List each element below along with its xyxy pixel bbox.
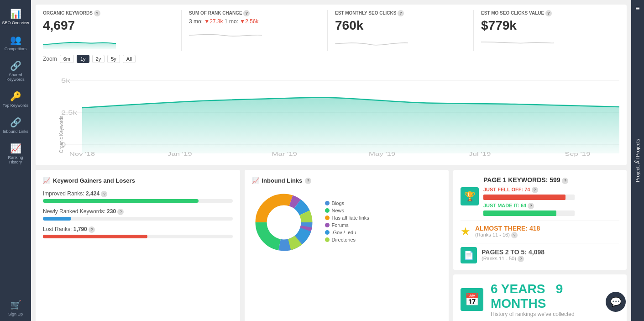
zoom-1y[interactable]: 1y: [77, 55, 89, 63]
svg-text:May '19: May '19: [369, 151, 395, 157]
inbound-chart-icon: 📈: [252, 177, 259, 184]
zoom-all[interactable]: All: [123, 55, 136, 63]
monthly-clicks-value: 760k: [335, 18, 466, 33]
zoom-controls: Zoom 6m 1y 2y 5y All: [43, 55, 619, 63]
clicks-value-mini-chart: [481, 36, 554, 49]
made-it-help-icon[interactable]: ?: [528, 203, 534, 209]
doc-icon: 📄: [461, 247, 477, 263]
main-chart-wrapper: Organic Keywords 5k 2.5k 0: [43, 67, 619, 160]
collapse-icon[interactable]: ‹: [634, 157, 636, 164]
gainers-chart-icon: 📈: [43, 177, 50, 184]
newly-ranked-help-icon[interactable]: ?: [117, 209, 124, 215]
keyword-gainers-title: 📈 Keyword Gainers and Losers: [43, 177, 233, 184]
affiliate-dot: [325, 216, 330, 220]
rank-change-1mo-value: ▼2.56k: [240, 18, 258, 25]
pages-2-5-subtitle: (Ranks 11 - 50) ?: [482, 256, 545, 262]
svg-point-18: [274, 212, 294, 232]
pages-help-icon[interactable]: ?: [518, 256, 524, 262]
sidebar-item-inbound-links[interactable]: 🔗 Inbound Links: [0, 112, 31, 138]
zoom-6m[interactable]: 6m: [60, 55, 74, 63]
sum-rank-change-stat: SUM OF RANK CHANGE ? 3 mo: ▼27.3k 1 mo: …: [189, 10, 328, 51]
history-icon: 📈: [10, 143, 21, 154]
almost-there-title: ALMOST THERE: 418: [475, 225, 540, 232]
star-icon: ★: [461, 225, 471, 238]
lost-bar: [43, 235, 147, 238]
organic-keywords-mini-chart: [43, 36, 116, 49]
main-chart: 5k 2.5k 0 Nov '18 Jan '19 Mar '19 May '1…: [61, 67, 619, 158]
trophy-icon: 🏆: [461, 187, 479, 205]
signup-icon: 🛒: [10, 300, 21, 310]
svg-text:Jul '19: Jul '19: [469, 151, 491, 157]
stats-row: ORGANIC KEYWORDS ? 4,697 SUM OF RANK CHA…: [36, 5, 627, 165]
chat-icon: 💬: [610, 296, 622, 307]
legend-affiliate: Has affiliate links: [325, 215, 369, 221]
just-fell-off-label: JUST FELL OFF: 74 ?: [483, 187, 575, 193]
almost-help-icon[interactable]: ?: [511, 232, 518, 238]
right-panel: ≡ Project: All Projects ‹: [631, 0, 644, 321]
gov-dot: [325, 230, 330, 235]
hamburger-icon[interactable]: ≡: [635, 5, 639, 13]
improved-ranks-label: Improved Ranks: 2,424 ?: [43, 190, 233, 197]
chart-y-label: Organic Keywords: [59, 116, 64, 153]
page1-title: PAGE 1 KEYWORDS: 599 ?: [483, 176, 575, 184]
sum-rank-help-icon[interactable]: ?: [243, 10, 250, 16]
top-keywords-icon: 🔑: [10, 91, 21, 102]
just-made-it-label: JUST MADE IT: 64 ?: [483, 203, 575, 209]
sidebar-item-shared-keywords[interactable]: 🔗 Shared Keywords: [0, 56, 31, 86]
sidebar-item-sign-up[interactable]: 🛒 Sign Up: [0, 295, 31, 321]
newly-ranked-bar: [43, 217, 71, 221]
fell-off-bar-bg: [483, 195, 575, 200]
zoom-2y[interactable]: 2y: [92, 55, 105, 63]
sidebar-item-seo-overview[interactable]: 📊 SEO Overview: [0, 4, 31, 30]
chat-button[interactable]: 💬: [606, 292, 626, 312]
sidebar-item-ranking-history[interactable]: 📈 Ranking History: [0, 138, 31, 169]
zoom-label: Zoom: [43, 56, 57, 62]
monthly-clicks-label: EST MONTHLY SEO CLICKS ?: [335, 10, 466, 16]
made-it-bar: [483, 210, 556, 216]
just-fell-off-section: JUST FELL OFF: 74 ?: [483, 187, 575, 200]
dir-dot: [325, 237, 330, 242]
competitors-icon: 👥: [10, 34, 21, 45]
legend-gov-edu: .Gov / .edu: [325, 230, 369, 235]
inbound-donut-chart: [252, 190, 316, 254]
history-content: 6 YEARS 9 MONTHS History of rankings we'…: [491, 282, 607, 317]
organic-keywords-stat: ORGANIC KEYWORDS ? 4,697: [43, 10, 182, 51]
bottom-row: 📈 Keyword Gainers and Losers Improved Ra…: [36, 170, 627, 321]
legend-forums: Forums: [325, 222, 369, 228]
svg-text:Nov '18: Nov '18: [69, 151, 95, 157]
newly-ranked-bar-container: [43, 217, 233, 221]
newly-ranked-label: Newly Ranked Keywords: 230 ?: [43, 208, 233, 215]
clicks-value-value: $779k: [481, 18, 612, 33]
fell-off-help-icon[interactable]: ?: [532, 187, 538, 193]
keyword-gainers-card: 📈 Keyword Gainers and Losers Improved Ra…: [36, 170, 240, 321]
forums-dot: [325, 223, 330, 227]
fell-off-bar: [483, 195, 565, 200]
inbound-links-title: 📈 Inbound Links ?: [252, 177, 442, 184]
organic-keywords-help-icon[interactable]: ?: [94, 10, 100, 16]
news-dot: [325, 208, 330, 213]
organic-keywords-label: ORGANIC KEYWORDS ?: [43, 10, 174, 16]
stats-header: ORGANIC KEYWORDS ? 4,697 SUM OF RANK CHA…: [43, 10, 619, 51]
lost-bar-container: [43, 235, 233, 238]
clicks-value-stat: EST MO SEO CLICKS VALUE ? $779k: [481, 10, 619, 51]
history-numbers: 6 YEARS 9 MONTHS: [491, 282, 607, 311]
sidebar-item-competitors[interactable]: 👥 Competitors: [0, 30, 31, 56]
inbound-help-icon[interactable]: ?: [305, 178, 311, 184]
clicks-value-help-icon[interactable]: ?: [545, 10, 552, 16]
page1-header: 🏆 PAGE 1 KEYWORDS: 599 ? JUST FELL OFF: …: [461, 176, 619, 216]
svg-text:Sep '19: Sep '19: [565, 151, 591, 157]
donut-row: Blogs News Has affiliate links Forums: [252, 190, 442, 254]
svg-text:Jan '19: Jan '19: [168, 151, 192, 157]
clicks-value-label: EST MO SEO CLICKS VALUE ?: [481, 10, 612, 16]
zoom-5y[interactable]: 5y: [107, 55, 120, 63]
sidebar-item-top-keywords[interactable]: 🔑 Top Keywords: [0, 86, 31, 112]
sidebar: 📊 SEO Overview 👥 Competitors 🔗 Shared Ke…: [0, 0, 31, 321]
rank-change-3mo-value: ▼27.3k: [204, 18, 223, 25]
lost-help-icon[interactable]: ?: [89, 226, 95, 233]
almost-there-section: ★ ALMOST THERE: 418 (Ranks 11 - 16) ?: [461, 221, 619, 238]
improved-help-icon[interactable]: ?: [101, 191, 107, 197]
page1-help-icon[interactable]: ?: [562, 178, 568, 184]
monthly-clicks-help-icon[interactable]: ?: [398, 10, 404, 16]
improved-bar-container: [43, 199, 233, 203]
history-description: History of rankings we've collected: [491, 311, 607, 317]
